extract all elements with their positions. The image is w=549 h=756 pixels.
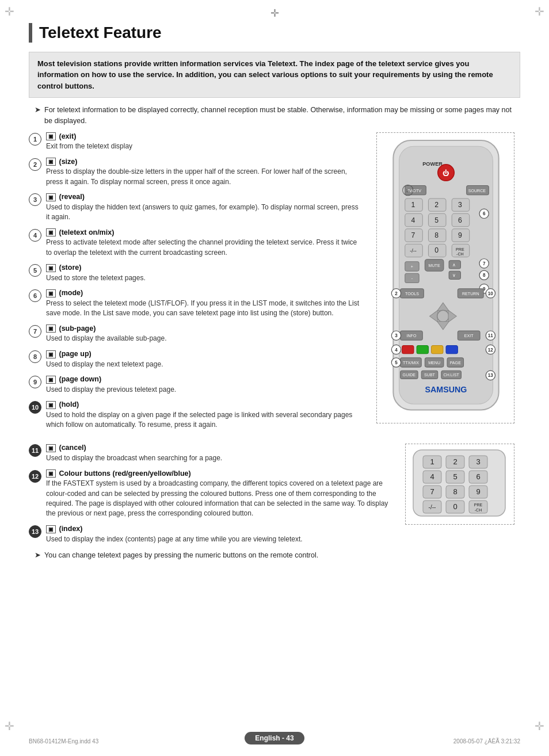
feature-num-9: 9 xyxy=(29,376,41,388)
svg-rect-78 xyxy=(446,345,458,353)
bottom-note-text: You can change teletext pages by pressin… xyxy=(44,550,318,561)
remote-svg: POWER ⏻ TV/DTV 1 SOURCE xyxy=(382,138,510,419)
svg-text:0: 0 xyxy=(453,502,457,511)
remote-mini-wrapper: 1 2 3 4 5 6 7 8 xyxy=(405,444,514,525)
feature-icon-7: ▣ xyxy=(46,324,56,333)
feature-item-13: 13▣ (index)Used to display the index (co… xyxy=(29,525,394,544)
note-arrow: ➤ xyxy=(35,105,41,114)
svg-text:TV/DTV: TV/DTV xyxy=(407,188,422,193)
svg-text:5: 5 xyxy=(434,216,439,224)
feature-desc-1: Exit from the teletext display xyxy=(46,142,359,151)
feature-item-5: 5▣ (store)Used to store the teletext pag… xyxy=(29,264,359,283)
svg-text:4: 4 xyxy=(430,472,434,481)
feature-item-8: 8▣ (page up)Used to display the next tel… xyxy=(29,350,359,369)
feature-content-2: ▣ (size)Press to display the double-size… xyxy=(46,158,359,187)
svg-text:⏻: ⏻ xyxy=(443,169,449,177)
feature-item-2: 2▣ (size)Press to display the double-siz… xyxy=(29,158,359,187)
features-left: 1▣ (exit)Exit from the teletext display2… xyxy=(29,132,359,436)
feature-item-4: 4▣ (teletext on/mix)Press to activate te… xyxy=(29,228,359,258)
corner-mark-br: ✛ xyxy=(535,719,544,733)
svg-text:∧: ∧ xyxy=(452,262,456,268)
feature-desc-7: Used to display the available sub-page. xyxy=(46,334,359,343)
svg-text:SOURCE: SOURCE xyxy=(468,188,486,193)
bottom-note-arrow: ➤ xyxy=(35,551,41,559)
svg-text:GUIDE: GUIDE xyxy=(403,373,416,377)
feature-desc-4: Press to activate teletext mode after se… xyxy=(46,238,359,258)
svg-text:4: 4 xyxy=(395,347,398,352)
svg-text:PRE: PRE xyxy=(456,247,464,251)
feature-title-3: ▣ (reveal) xyxy=(46,193,359,201)
feature-item-12: 12▣ Colour buttons (red/green/yellow/blu… xyxy=(29,469,394,519)
feature-content-3: ▣ (reveal)Used to display the hidden tex… xyxy=(46,193,359,222)
note-line: ➤ For teletext information to be display… xyxy=(29,105,520,127)
feature-title-10: ▣ (hold) xyxy=(46,400,359,409)
footer-right: 2008-05-07 ¿ÄÈÃ 3:21:32 xyxy=(453,738,520,744)
feature-title-6: ▣ (mode) xyxy=(46,289,359,297)
remote-wrapper: POWER ⏻ TV/DTV 1 SOURCE xyxy=(376,132,514,424)
svg-text:7: 7 xyxy=(430,487,434,496)
page: ✛ ✛ ✛ ✛ ✛ Teletext Feature Most televisi… xyxy=(0,0,549,756)
feature-num-7: 7 xyxy=(29,325,41,338)
svg-text:TTX/MIX: TTX/MIX xyxy=(403,361,419,365)
feature-icon-3: ▣ xyxy=(46,193,56,201)
feature-item-11: 11▣ (cancel)Used to display the broadcas… xyxy=(29,444,394,463)
svg-text:6: 6 xyxy=(483,211,486,216)
feature-content-10: ▣ (hold)Used to hold the display on a gi… xyxy=(46,400,359,430)
svg-text:INFO: INFO xyxy=(406,334,416,338)
svg-text:-CH: -CH xyxy=(475,508,482,512)
svg-text:11: 11 xyxy=(488,333,494,338)
feature-title-13: ▣ (index) xyxy=(46,525,394,533)
svg-text:2: 2 xyxy=(434,201,439,209)
svg-rect-76 xyxy=(417,345,428,353)
feature-desc-12: If the FASTEXT system is used by a broad… xyxy=(46,479,394,519)
feature-icon-6: ▣ xyxy=(46,289,56,297)
feature-icon-12: ▣ xyxy=(46,469,56,478)
svg-text:5: 5 xyxy=(453,472,457,481)
svg-text:9: 9 xyxy=(476,487,480,496)
svg-text:8: 8 xyxy=(483,273,486,278)
svg-text:MUTE: MUTE xyxy=(429,264,440,268)
feature-icon-13: ▣ xyxy=(46,525,56,533)
feature-title-5: ▣ (store) xyxy=(46,264,359,272)
svg-text:3: 3 xyxy=(395,333,398,338)
feature-content-6: ▣ (mode)Press to select the teletext mod… xyxy=(46,289,359,318)
feature-item-7: 7▣ (sub-page)Used to display the availab… xyxy=(29,324,359,344)
remote-mini-svg: 1 2 3 4 5 6 7 8 xyxy=(410,449,508,518)
svg-rect-77 xyxy=(432,345,443,353)
svg-text:3: 3 xyxy=(458,201,462,209)
feature-num-10: 10 xyxy=(29,401,41,414)
feature-num-12: 12 xyxy=(29,470,41,483)
svg-text:5: 5 xyxy=(395,360,398,365)
svg-text:PAGE: PAGE xyxy=(450,361,461,365)
svg-text:0: 0 xyxy=(434,246,439,254)
svg-text:2: 2 xyxy=(395,291,398,296)
feature-content-13: ▣ (index)Used to display the index (cont… xyxy=(46,525,394,544)
feature-desc-11: Used to display the broadcast when searc… xyxy=(46,453,394,463)
feature-icon-10: ▣ xyxy=(46,401,56,409)
feature-title-8: ▣ (page up) xyxy=(46,350,359,358)
feature-item-9: 9▣ (page down)Used to display the previo… xyxy=(29,375,359,395)
svg-text:8: 8 xyxy=(453,487,457,496)
main-content: 1▣ (exit)Exit from the teletext display2… xyxy=(29,132,520,436)
feature-icon-11: ▣ xyxy=(46,444,56,452)
feature-item-1: 1▣ (exit)Exit from the teletext display xyxy=(29,132,359,152)
feature-content-5: ▣ (store)Used to store the teletext page… xyxy=(46,264,359,283)
svg-text:6: 6 xyxy=(458,216,462,224)
print-mark-top: ✛ xyxy=(270,7,279,20)
svg-text:12: 12 xyxy=(488,347,494,352)
feature-num-1: 1 xyxy=(29,133,41,146)
svg-text:4: 4 xyxy=(411,216,415,224)
feature-title-2: ▣ (size) xyxy=(46,158,359,166)
feature-desc-2: Press to display the double-size letters… xyxy=(46,167,359,187)
feature-content-8: ▣ (page up)Used to display the next tele… xyxy=(46,350,359,369)
feature-icon-8: ▣ xyxy=(46,350,56,358)
svg-text:PRE: PRE xyxy=(474,503,483,507)
corner-mark-bl: ✛ xyxy=(5,719,14,733)
svg-text:7: 7 xyxy=(411,231,415,239)
bottom-left: 11▣ (cancel)Used to display the broadcas… xyxy=(29,444,394,566)
corner-mark-tr: ✛ xyxy=(535,5,544,18)
bottom-section: 11▣ (cancel)Used to display the broadcas… xyxy=(29,444,520,566)
feature-desc-13: Used to display the index (contents) pag… xyxy=(46,534,394,544)
bottom-note-line: ➤ You can change teletext pages by press… xyxy=(29,550,394,561)
corner-mark-tl: ✛ xyxy=(5,5,14,18)
